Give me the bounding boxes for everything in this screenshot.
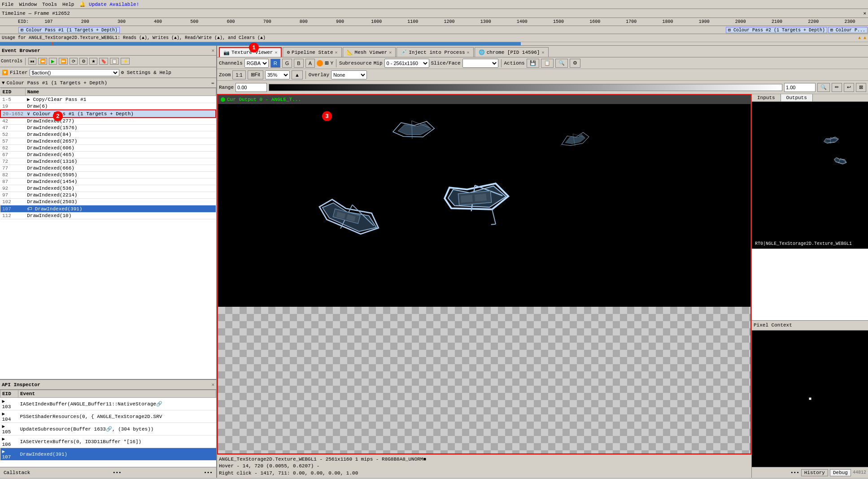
- settings-help-label[interactable]: ⚙ Settings & Help: [121, 70, 171, 75]
- fit-button[interactable]: ⊞Fit: [248, 70, 263, 79]
- table-row-selected[interactable]: 107 🏷 DrawIndexed(391): [0, 205, 216, 213]
- menu-help[interactable]: Help: [62, 2, 74, 7]
- menu-file[interactable]: File: [2, 2, 13, 7]
- tab-mesh-close[interactable]: ✕: [389, 50, 392, 55]
- b-button[interactable]: B: [294, 59, 303, 68]
- tab-inject-close[interactable]: ✕: [467, 50, 470, 55]
- callstack-more-right[interactable]: •••: [204, 470, 213, 475]
- edit-icon[interactable]: ✏: [211, 80, 214, 86]
- action-more-btn[interactable]: ⚙: [570, 59, 580, 68]
- tv-canvas[interactable]: [217, 104, 751, 454]
- colour-pass-row: ▼ Colour Pass #1 (1 Targets + Depth) ✏: [0, 78, 216, 88]
- api-inspector-table[interactable]: EID Event ▶ 103 IASetIndexBuffer(ANGLE_B…: [0, 390, 216, 467]
- tab-inject[interactable]: 💉 Inject into Process ✕: [397, 47, 473, 57]
- action-save-btn[interactable]: 💾: [527, 59, 539, 68]
- table-row[interactable]: 47 DrawIndexed(1576): [0, 125, 216, 131]
- callstack-more-left[interactable]: •••: [113, 470, 122, 475]
- table-row[interactable]: 97 DrawIndexed(2214): [0, 192, 216, 199]
- tab-mesh-viewer[interactable]: 📐 Mesh Viewer ✕: [343, 47, 396, 57]
- refresh-button[interactable]: ⟳: [70, 58, 78, 65]
- ruler-label: 1300: [467, 19, 504, 24]
- zoom-percent-select[interactable]: 35% 50% 75% 100%: [265, 70, 290, 79]
- tab-pipeline-close[interactable]: ✕: [335, 50, 338, 55]
- settings-button[interactable]: ⚙: [79, 58, 87, 65]
- menu-tools[interactable]: Tools: [42, 2, 57, 7]
- name-header: Name: [25, 88, 216, 96]
- action-zoom-btn[interactable]: 🔍: [555, 59, 568, 68]
- table-row[interactable]: 87 DrawIndexed(1454): [0, 179, 216, 185]
- event-browser-close[interactable]: ✕: [211, 48, 214, 53]
- eid-cell: 67: [0, 152, 25, 158]
- play-button[interactable]: ▶: [49, 58, 57, 65]
- range-min-input[interactable]: [236, 83, 267, 92]
- table-row[interactable]: 72 DrawIndexed(1316): [0, 158, 216, 165]
- eid-cell: 102: [0, 199, 25, 205]
- table-row[interactable]: 20-1652 ∨ Colour Pass #1 (1 Targets + De…: [0, 110, 216, 118]
- controls-bar: Controls ⏮ ⏪ ▶ ⏩ ⟳ ⚙ ★ 🔖 📋 ⚡: [0, 56, 216, 67]
- slice-face-select[interactable]: [462, 59, 498, 68]
- api-table-row[interactable]: ▶ 106 IASetVertexBuffers(0, ID3D11Buffer…: [0, 435, 216, 448]
- range-invert-button[interactable]: ⊠: [856, 83, 866, 92]
- rewind-button[interactable]: ⏮: [28, 58, 36, 65]
- range-pick-button[interactable]: ✏: [832, 83, 842, 92]
- api-table-row[interactable]: ▶ 103 IASetIndexBuffer(ANGLE_Buffer11::N…: [0, 398, 216, 410]
- api-eid-cell: ▶ 105: [0, 423, 18, 435]
- zoom-1-1-button[interactable]: 1:1: [232, 70, 245, 79]
- zoom-up-button[interactable]: ▲: [292, 70, 303, 79]
- tab-debug[interactable]: Debug: [830, 469, 851, 476]
- api-inspector-header: API Inspector ✕: [0, 380, 216, 390]
- y-button[interactable]: Y: [330, 61, 333, 66]
- table-row[interactable]: 112 DrawIndexed(10): [0, 213, 216, 219]
- table-row[interactable]: 1-5 ▶ Copy/Clear Pass #1: [0, 96, 216, 103]
- star-button[interactable]: ★: [89, 58, 97, 65]
- tab-pipeline-state[interactable]: ⚙ Pipeline State ✕: [283, 47, 341, 57]
- table-row[interactable]: 42 DrawIndexed(277): [0, 118, 216, 125]
- event-list[interactable]: EID Name 1-5 ▶ Copy/Clear Pass #1 19 Dra…: [0, 88, 216, 379]
- tab-texture-close[interactable]: ✕: [275, 50, 277, 55]
- tab-chrome-close[interactable]: ✕: [541, 50, 544, 55]
- g-button[interactable]: G: [282, 59, 292, 68]
- api-inspector-close[interactable]: ✕: [211, 382, 214, 388]
- menu-window[interactable]: Window: [19, 2, 37, 7]
- annotation-2: 2: [53, 111, 63, 121]
- forward-button[interactable]: ⏩: [59, 58, 68, 65]
- tab-outputs[interactable]: Outputs: [781, 94, 813, 101]
- bookmark-button[interactable]: 🔖: [99, 58, 108, 65]
- bottom-left-dots[interactable]: •••: [790, 470, 799, 475]
- overlay-select[interactable]: None Wireframe: [331, 70, 367, 79]
- tab-history[interactable]: History: [801, 469, 828, 476]
- table-row[interactable]: 92 DrawIndexed(536): [0, 185, 216, 192]
- table-row[interactable]: 102 DrawIndexed(2503): [0, 199, 216, 205]
- table-row[interactable]: 77 DrawIndexed(666): [0, 165, 216, 172]
- tab-chrome[interactable]: 🌐 chrome [PID 14596] ✕: [475, 47, 549, 57]
- range-zoom-button[interactable]: 🔍: [817, 83, 830, 92]
- prev-button[interactable]: ⏪: [38, 58, 47, 65]
- filter-select[interactable]: $action(): [30, 69, 119, 76]
- table-row[interactable]: 52 DrawIndexed(84): [0, 131, 216, 138]
- api-inspector: API Inspector ✕ EID Event ▶ 103 IASetInd…: [0, 379, 216, 478]
- table-row[interactable]: 57 DrawIndexed(2657): [0, 138, 216, 145]
- api-table-row[interactable]: ▶ 105 UpdateSubresource(Buffer 1633🔗, (3…: [0, 423, 216, 435]
- channels-select[interactable]: RGBA: [244, 59, 269, 68]
- api-table-row-selected[interactable]: ▶ 107 DrawIndexed(391): [0, 448, 216, 461]
- range-max-input[interactable]: [784, 83, 816, 92]
- table-row[interactable]: 62 DrawIndexed(606): [0, 145, 216, 152]
- tab-inputs[interactable]: Inputs: [752, 94, 781, 101]
- timeline-close-button[interactable]: ✕: [863, 10, 866, 16]
- table-row[interactable]: 67 DrawIndexed(465): [0, 152, 216, 158]
- api-table-row[interactable]: ▶ 104 PSSetShaderResources(0, { ANGLE_Te…: [0, 410, 216, 423]
- filter-icon: 🔽: [2, 70, 8, 75]
- eid-header: EID: [0, 88, 25, 96]
- lightning-button[interactable]: ⚡: [121, 58, 130, 65]
- range-reset-button[interactable]: ↩: [844, 83, 854, 92]
- mip-select[interactable]: 0 - 2561x1160: [384, 59, 429, 68]
- action-copy-btn[interactable]: 📋: [541, 59, 554, 68]
- api-eid-header: EID: [0, 390, 18, 398]
- copy-button[interactable]: 📋: [110, 58, 119, 65]
- range-track: [269, 84, 782, 91]
- table-row[interactable]: 82 DrawIndexed(5595): [0, 172, 216, 179]
- table-row[interactable]: 19 Draw(6): [0, 103, 216, 110]
- r-button[interactable]: R: [270, 59, 280, 68]
- eid-cell: 52: [0, 131, 25, 138]
- a-button[interactable]: A: [305, 59, 315, 68]
